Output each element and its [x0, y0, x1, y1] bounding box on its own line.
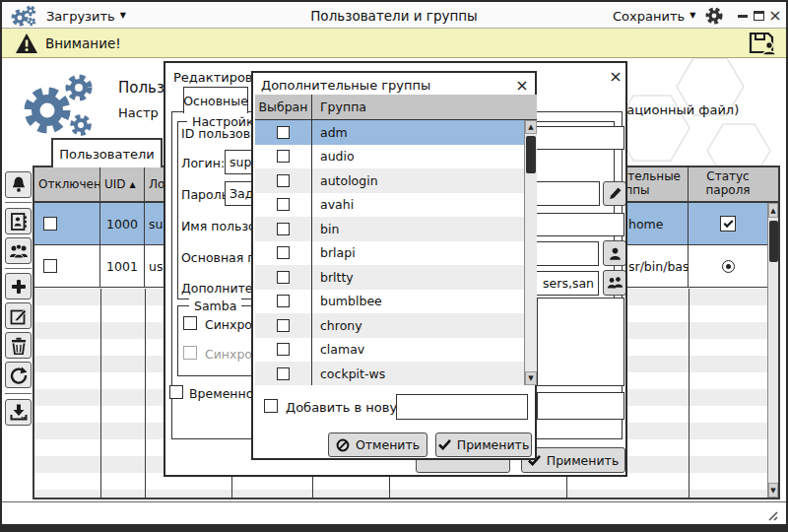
add-user-button[interactable]	[5, 273, 32, 299]
group-checkbox[interactable]	[277, 126, 290, 139]
row-disabled-checkbox[interactable]	[43, 217, 57, 231]
group-checkbox[interactable]	[277, 295, 290, 307]
group-row[interactable]: clamav	[255, 338, 524, 363]
scrollbar-thumb[interactable]	[526, 136, 536, 173]
group-row[interactable]: autologin	[255, 168, 524, 193]
groups-dialog-close-button[interactable]: ×	[513, 76, 531, 94]
group-row[interactable]: avahi	[255, 193, 524, 218]
notify-button[interactable]	[5, 171, 32, 198]
group-row[interactable]: cockpit-ws	[255, 362, 524, 385]
tab-users-label: Пользователи	[59, 147, 155, 162]
page-subtitle: Настр	[118, 105, 159, 120]
apply-label: Применить	[457, 437, 530, 452]
refresh-icon	[10, 366, 28, 384]
close-window-button[interactable]: ×	[767, 8, 783, 24]
app-window: Загрузить ▼ Пользователи и группы Сохран…	[0, 0, 788, 532]
close-icon: ×	[515, 76, 528, 95]
groups-button[interactable]	[5, 237, 32, 264]
edit-password-button[interactable]	[603, 181, 626, 206]
scroll-up-button[interactable]: ▲	[768, 203, 778, 218]
group-row[interactable]: bin	[255, 217, 524, 241]
settings-gear-button[interactable]	[704, 6, 724, 26]
warning-bar: Внимание!	[2, 29, 786, 58]
pick-primary-group-button[interactable]	[603, 240, 626, 266]
user-card-button[interactable]	[5, 208, 32, 234]
group-row[interactable]: audio	[255, 145, 524, 169]
minimize-button[interactable]	[735, 8, 751, 24]
users-icon	[607, 276, 624, 290]
groups-list-scrollbar[interactable]: ▲ ▼	[524, 120, 537, 385]
cancel-slash-icon	[336, 438, 350, 452]
col-header-password-status[interactable]: Статус пароля	[689, 167, 767, 201]
group-checkbox[interactable]	[277, 150, 290, 163]
col-header-disabled[interactable]: Отключен	[34, 167, 100, 201]
tab-basic[interactable]: Основные	[183, 87, 248, 113]
groups-dialog-title: Дополнительные группы	[261, 78, 430, 93]
users-groups-logo-icon	[20, 67, 100, 148]
download-icon	[10, 404, 28, 421]
samba-sync-checkbox[interactable]	[183, 316, 197, 330]
col-header-group[interactable]: Группа	[312, 95, 537, 119]
group-checkbox[interactable]	[277, 271, 290, 284]
trash-icon	[11, 337, 27, 355]
extra-groups-list-box[interactable]	[537, 298, 624, 386]
check-icon	[438, 439, 451, 450]
chevron-down-icon: ▼	[690, 11, 695, 20]
sidebar-separator	[5, 393, 32, 394]
samba-sync2-checkbox[interactable]	[183, 346, 197, 360]
group-checkbox[interactable]	[277, 319, 290, 332]
group-row[interactable]: bumblbee	[255, 290, 524, 314]
group-checkbox[interactable]	[277, 246, 290, 259]
temp-value-field[interactable]	[537, 392, 624, 420]
edit-user-button[interactable]	[5, 302, 32, 329]
group-checkbox[interactable]	[277, 198, 290, 211]
sidebar-separator	[5, 202, 32, 203]
row-disabled-checkbox[interactable]	[43, 259, 57, 273]
edit-dialog-close-button[interactable]: ×	[607, 67, 624, 85]
user-icon	[608, 246, 623, 261]
scroll-up-button[interactable]: ▲	[525, 120, 537, 134]
resize-grip[interactable]	[763, 506, 778, 521]
uid-cell: 1000	[100, 203, 145, 244]
group-row[interactable]: adm	[255, 120, 524, 145]
close-icon: ×	[768, 9, 781, 23]
download-button[interactable]	[5, 399, 32, 426]
save-users-icon[interactable]	[748, 31, 777, 56]
groups-cancel-button[interactable]: Отменить	[328, 432, 427, 457]
title-bar: Загрузить ▼ Пользователи и группы Сохран…	[2, 2, 786, 29]
refresh-button[interactable]	[5, 362, 32, 388]
apply-label: Применить	[547, 453, 620, 468]
uid-cell: 1001	[100, 245, 145, 287]
group-checkbox[interactable]	[277, 174, 290, 187]
col-header-uid[interactable]: UID ▲	[100, 167, 145, 201]
add-new-group-input[interactable]	[396, 394, 528, 420]
col-header-selected[interactable]: Выбран	[255, 95, 312, 119]
temp-checkbox[interactable]	[169, 385, 183, 399]
table-vertical-scrollbar[interactable]: ▲ ▼	[767, 203, 778, 498]
tab-users[interactable]: Пользователи	[51, 138, 163, 167]
group-row[interactable]: chrony	[255, 313, 524, 338]
group-checkbox[interactable]	[277, 223, 290, 235]
group-row[interactable]: brlapi	[255, 241, 524, 266]
delete-user-button[interactable]	[5, 332, 32, 359]
pencil-icon	[608, 186, 623, 201]
password-status-radio-icon[interactable]	[722, 260, 735, 273]
pick-extra-groups-button[interactable]	[603, 270, 626, 296]
save-menu-button[interactable]: Сохранить ▼	[613, 7, 695, 26]
maximize-button[interactable]	[751, 8, 766, 24]
scroll-down-button[interactable]: ▼	[525, 371, 537, 385]
status-bar	[2, 501, 786, 524]
password-status-checked-icon[interactable]	[720, 216, 736, 232]
page-title: Польз	[118, 79, 164, 97]
warning-text: Внимание!	[45, 35, 121, 51]
scroll-down-button[interactable]: ▼	[768, 483, 778, 498]
group-checkbox[interactable]	[277, 367, 290, 380]
group-checkbox[interactable]	[277, 343, 290, 356]
sidebar-separator	[5, 268, 32, 269]
bell-icon	[10, 175, 28, 194]
groups-apply-button[interactable]: Применить	[435, 432, 532, 457]
page-subtitle-right: рационный файл)	[619, 102, 739, 117]
group-row[interactable]: brltty	[255, 265, 524, 290]
add-new-group-checkbox[interactable]	[264, 399, 278, 413]
scrollbar-thumb[interactable]	[769, 221, 778, 262]
